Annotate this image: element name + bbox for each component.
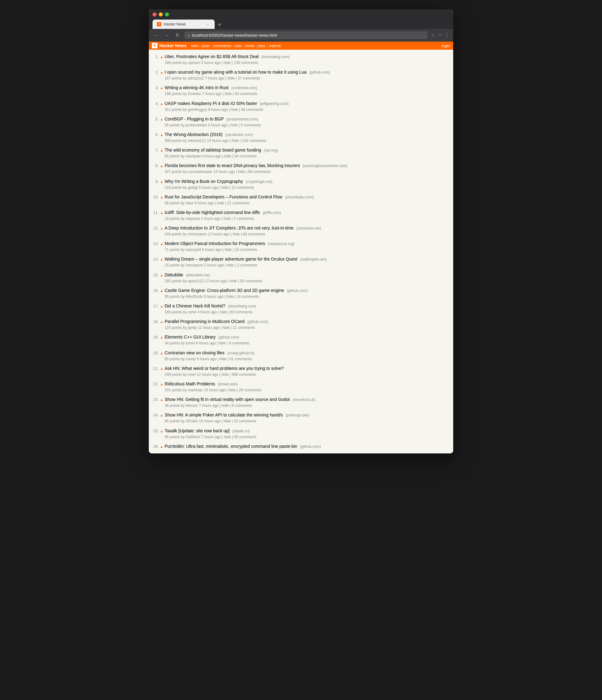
upvote-icon[interactable]: ▲ bbox=[160, 226, 164, 231]
story-comments[interactable]: 30 comments bbox=[235, 92, 257, 96]
upvote-icon[interactable]: ▲ bbox=[160, 429, 164, 433]
upvote-icon[interactable]: ▲ bbox=[160, 164, 164, 168]
upvote-icon[interactable]: ▲ bbox=[160, 320, 164, 324]
story-comments[interactable]: 83 comments bbox=[230, 310, 253, 314]
story-comments[interactable]: 2 comments bbox=[237, 263, 257, 267]
story-title[interactable]: Did a Chinese Hack Kill Nortel? bbox=[165, 303, 225, 308]
nav-submit[interactable]: submit bbox=[268, 44, 282, 48]
story-author[interactable]: coady bbox=[186, 357, 196, 361]
story-title[interactable]: Debubble bbox=[165, 272, 183, 277]
story-comments[interactable]: 216 comments bbox=[242, 139, 266, 143]
upvote-icon[interactable]: ▲ bbox=[160, 133, 164, 137]
minimize-button[interactable] bbox=[159, 12, 163, 17]
story-title[interactable]: A Deep Introduction to JIT Compilers: JI… bbox=[165, 225, 294, 230]
story-title[interactable]: CoreBGP - Plugging in to BGP bbox=[165, 117, 224, 121]
story-author[interactable]: martinlaz bbox=[188, 388, 203, 392]
hn-login[interactable]: login bbox=[442, 44, 450, 48]
story-title[interactable]: UASP makes Raspberry Pi 4 disk IO 50% fa… bbox=[165, 101, 257, 106]
upvote-icon[interactable]: ▲ bbox=[160, 102, 164, 106]
story-author[interactable]: blensor bbox=[186, 403, 198, 408]
story-comments[interactable]: 69 comments bbox=[241, 107, 264, 112]
upvote-icon[interactable]: ▲ bbox=[160, 444, 164, 449]
nav-new[interactable]: new bbox=[190, 44, 199, 48]
upvote-icon[interactable]: ▲ bbox=[160, 273, 164, 278]
story-comments[interactable]: 2 comments bbox=[233, 217, 254, 221]
story-author[interactable]: Dowwie bbox=[188, 92, 201, 96]
story-author[interactable]: turrini bbox=[186, 341, 195, 345]
story-comments[interactable]: 14 comments bbox=[237, 294, 259, 299]
story-title[interactable]: I open sourced my game along with a tuto… bbox=[165, 70, 307, 75]
story-title[interactable]: Contrarian view on closing files bbox=[165, 350, 225, 355]
story-title[interactable]: Ask HN: What weird or hard problems are … bbox=[165, 366, 284, 371]
refresh-button[interactable]: ↻ bbox=[174, 32, 181, 38]
back-button[interactable]: ← bbox=[152, 33, 160, 38]
story-author[interactable]: geerlingguy bbox=[188, 107, 207, 112]
story-title[interactable]: The wild economy of tabletop board game … bbox=[165, 148, 261, 152]
story-comments[interactable]: 11 comments bbox=[233, 325, 255, 330]
upvote-icon[interactable]: ▲ bbox=[160, 210, 164, 215]
story-comments[interactable]: 139 comments bbox=[233, 60, 258, 65]
story-comments[interactable]: 9 comments bbox=[232, 403, 252, 408]
story-author[interactable]: apsec112 bbox=[188, 279, 204, 283]
story-author[interactable]: chrisseaton bbox=[188, 232, 207, 236]
story-title[interactable]: Why I'm Writing a Book on Cryptography bbox=[165, 179, 243, 184]
story-comments[interactable]: 59 comments bbox=[240, 279, 262, 283]
story-author[interactable]: FailMore bbox=[186, 435, 200, 439]
story-author[interactable]: slackpad bbox=[186, 154, 200, 158]
story-title[interactable]: Rust for JavaScript Developers – Functio… bbox=[165, 194, 282, 199]
story-author[interactable]: eatonphil bbox=[186, 248, 201, 252]
story-title[interactable]: Show HN: Getting fit in virtual reality … bbox=[165, 397, 290, 402]
story-comments[interactable]: 12 comments bbox=[232, 185, 254, 190]
story-author[interactable]: pjmlp bbox=[188, 325, 197, 330]
upvote-icon[interactable]: ▲ bbox=[160, 382, 164, 386]
nav-past[interactable]: past bbox=[200, 44, 210, 48]
story-author[interactable]: stepstop bbox=[186, 217, 200, 221]
story-author[interactable]: rkwz bbox=[186, 201, 194, 205]
upvote-icon[interactable]: ▲ bbox=[160, 289, 164, 293]
story-comments[interactable]: 18 comments bbox=[235, 248, 257, 252]
tab-close-button[interactable]: × bbox=[205, 22, 210, 27]
upvote-icon[interactable]: ▲ bbox=[160, 148, 164, 153]
story-comments[interactable]: 37 comments bbox=[237, 76, 260, 80]
story-author[interactable]: remir bbox=[188, 310, 196, 314]
story-title[interactable]: PurritoBin: Ultra fast, minimalistic, en… bbox=[165, 444, 297, 449]
upvote-icon[interactable]: ▲ bbox=[160, 413, 164, 418]
story-title[interactable]: Elements C++ GUI Library bbox=[165, 334, 216, 340]
story-comments[interactable]: 32 comments bbox=[234, 419, 256, 423]
maximize-button[interactable] bbox=[165, 12, 169, 17]
story-comments[interactable]: 89 comments bbox=[248, 170, 271, 174]
story-title[interactable]: Parallel Programming in Multicore OCaml bbox=[165, 319, 245, 324]
nav-ask[interactable]: ask bbox=[234, 44, 243, 48]
story-author[interactable]: adnzzzzZ bbox=[188, 76, 204, 80]
forward-button[interactable]: → bbox=[163, 33, 171, 38]
story-comments[interactable]: 29 comments bbox=[239, 388, 261, 392]
upvote-icon[interactable]: ▲ bbox=[160, 242, 164, 246]
upvote-icon[interactable]: ▲ bbox=[160, 55, 164, 59]
active-tab[interactable]: Y Hacker News × bbox=[152, 20, 215, 29]
story-author[interactable]: coronadisaster bbox=[188, 170, 212, 174]
story-comments[interactable]: 9 comments bbox=[229, 341, 249, 345]
story-author[interactable]: mkchoi212 bbox=[188, 139, 206, 143]
story-title[interactable]: The Wrong Abstraction (2016) bbox=[165, 132, 223, 137]
close-button[interactable] bbox=[152, 12, 156, 17]
story-title[interactable]: Walking Dream – single-player adventure … bbox=[165, 256, 297, 261]
upvote-icon[interactable]: ▲ bbox=[160, 335, 164, 340]
bookmark-icon[interactable]: ☆ bbox=[431, 32, 435, 38]
nav-show[interactable]: show bbox=[244, 44, 255, 48]
upvote-icon[interactable]: ▲ bbox=[160, 195, 164, 200]
story-author[interactable]: MindGods bbox=[186, 294, 203, 299]
story-author[interactable]: GFuller bbox=[186, 419, 198, 423]
upvote-icon[interactable]: ▲ bbox=[160, 351, 164, 356]
story-title[interactable]: Modern Object Pascal Introduction for Pr… bbox=[165, 241, 265, 246]
story-title[interactable]: Uber, Postmates Agree on $2.65B All-Stoc… bbox=[165, 54, 259, 59]
story-title[interactable]: Writing a winning 4K intro in Rust bbox=[165, 85, 229, 90]
story-author[interactable]: gedigi bbox=[188, 185, 198, 190]
upvote-icon[interactable]: ▲ bbox=[160, 179, 164, 184]
story-author[interactable]: simonpure bbox=[186, 263, 203, 267]
upvote-icon[interactable]: ▲ bbox=[160, 304, 164, 309]
upvote-icon[interactable]: ▲ bbox=[160, 398, 164, 402]
story-title[interactable]: Castle Game Engine: Cross-platform 3D an… bbox=[165, 288, 284, 293]
story-comments[interactable]: 68 comments bbox=[243, 232, 265, 236]
nav-jobs[interactable]: jobs bbox=[257, 44, 267, 48]
upvote-icon[interactable]: ▲ bbox=[160, 367, 164, 371]
